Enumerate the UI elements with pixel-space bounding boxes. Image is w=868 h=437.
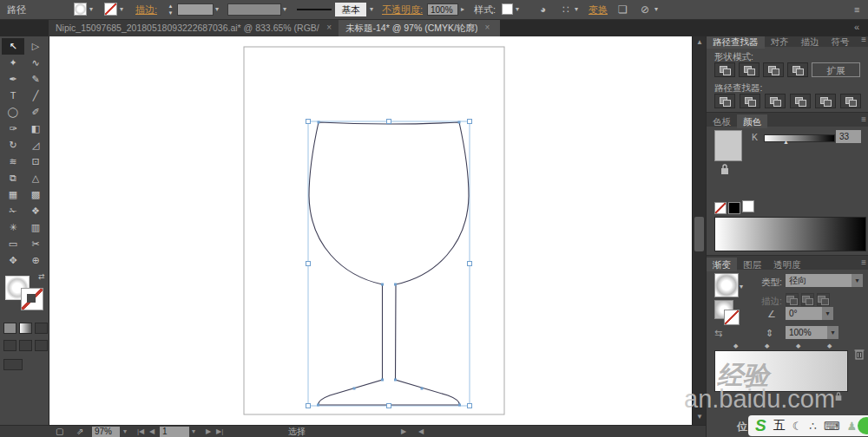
slice-tool[interactable]: ✂	[24, 236, 47, 252]
gradient-thumb-caret-icon[interactable]: ▾	[740, 277, 743, 297]
white-swatch[interactable]	[742, 200, 754, 212]
select-similar-icon[interactable]: ⊘	[641, 0, 649, 19]
expand-button[interactable]: 扩展	[812, 62, 860, 77]
hscroll-right-icon[interactable]: ▶	[401, 426, 406, 437]
exclude-button[interactable]	[787, 62, 808, 77]
align-caret-icon[interactable]: ▾	[575, 0, 578, 19]
scroll-down-icon[interactable]: ▼	[693, 413, 707, 421]
hand-tool[interactable]: ✥	[2, 252, 24, 269]
gradient-angle-caret-icon[interactable]: ▾	[822, 307, 833, 320]
merge-button[interactable]	[765, 94, 786, 108]
sogou-logo-icon[interactable]: S	[755, 416, 766, 435]
tab-color[interactable]: 颜色	[737, 114, 767, 128]
color-button[interactable]	[3, 323, 16, 334]
gradient-aspect-field[interactable]: 100%	[786, 326, 827, 339]
screen-mode-button[interactable]	[3, 359, 23, 370]
stroke-weight-caret-icon[interactable]: ▾	[215, 0, 219, 19]
moon-icon[interactable]: ☾	[792, 420, 803, 433]
direct-selection-tool[interactable]: ▷	[24, 38, 47, 55]
opacity-field[interactable]: 100%	[427, 3, 458, 16]
reverse-gradient-icon[interactable]: ⇆	[714, 328, 722, 339]
next-artboard-icon[interactable]: ▶	[206, 426, 211, 437]
canvas[interactable]	[49, 36, 692, 425]
fill-color-swatch[interactable]	[74, 3, 87, 16]
tab-align[interactable]: 对齐	[765, 35, 795, 49]
k-slider-track[interactable]	[764, 134, 835, 142]
gradient-midpoint-icon[interactable]: ◆	[733, 342, 738, 349]
tab-gradient[interactable]: 渐变	[707, 258, 737, 271]
shape-tool[interactable]: ◯	[2, 104, 24, 121]
gradient-midpoint-icon[interactable]: ◆	[765, 342, 769, 349]
gradient-button[interactable]	[19, 323, 32, 334]
opacity-caret-icon[interactable]: ▸	[461, 0, 464, 19]
stroke-weight-stepper[interactable]: ▲▼	[167, 3, 174, 16]
gradient-midpoint-icon[interactable]: ◆	[827, 342, 832, 349]
recolor-artwork-icon[interactable]: ◕	[540, 0, 546, 19]
zoom-caret-icon[interactable]: ▾	[123, 426, 127, 437]
eyedropper-tool[interactable]: ✁	[2, 203, 24, 219]
type-tool[interactable]: T	[2, 88, 24, 104]
close-tab-icon[interactable]: ×	[484, 19, 490, 36]
pen-tool[interactable]: ✒	[2, 71, 24, 88]
opacity-link[interactable]: 不透明度:	[382, 0, 423, 19]
scroll-up-icon[interactable]: ▲	[693, 38, 707, 46]
stroke-color-swatch[interactable]	[104, 3, 117, 16]
symbol-sprayer-tool[interactable]: ✳	[2, 219, 24, 236]
unite-button[interactable]	[714, 62, 735, 77]
tab-swatches[interactable]: 色板	[707, 114, 737, 128]
divide-button[interactable]	[714, 94, 735, 108]
draw-normal-button[interactable]	[3, 340, 16, 351]
gradient-angle-field[interactable]: 0°	[786, 307, 822, 320]
minus-back-button[interactable]	[840, 94, 861, 108]
keyboard-icon[interactable]: ⌨	[824, 420, 840, 433]
k-value-field[interactable]: 33	[836, 130, 861, 143]
sparkle-icon[interactable]: ∴	[809, 420, 816, 433]
swap-fill-stroke-icon[interactable]: ⇄	[38, 272, 45, 281]
document-tab[interactable]: Nipic_15097685_20180518093222687036.ai* …	[49, 19, 339, 36]
document-tab-active[interactable]: 未标题-14* @ 97% (CMYK/轮廓) ×	[339, 19, 500, 36]
gradient-stroke-proxy[interactable]	[724, 310, 740, 325]
style-swatch[interactable]	[502, 3, 513, 15]
draw-inside-button[interactable]	[35, 340, 48, 351]
none-button[interactable]	[35, 323, 48, 334]
selection-tool[interactable]: ↖	[2, 38, 24, 55]
hscroll-left-icon[interactable]: ◀	[418, 426, 424, 437]
export-icon[interactable]: ⇗	[76, 426, 83, 437]
lasso-tool[interactable]: ∿	[24, 55, 47, 71]
collapse-dock-icon[interactable]: «	[854, 22, 859, 32]
gradient-type-dropdown[interactable]: 径向	[786, 274, 852, 287]
control-panel-menu-icon[interactable]: ≡	[854, 0, 859, 19]
tab-pathfinder[interactable]: 路径查找器	[707, 35, 765, 49]
artboard-tool[interactable]: ▭	[2, 236, 24, 252]
curvature-tool[interactable]: ✎	[24, 71, 47, 88]
vertical-scroll-thumb[interactable]	[694, 217, 704, 251]
perspective-grid-tool[interactable]: △	[24, 170, 47, 186]
stroke-proxy-swatch[interactable]	[21, 288, 43, 310]
last-artboard-icon[interactable]: ▶|	[216, 426, 223, 437]
artboard-caret-icon[interactable]: ▾	[192, 426, 195, 437]
blend-tool[interactable]: ❖	[24, 203, 47, 219]
paintbrush-tool[interactable]: ✐	[24, 104, 47, 121]
transform-link[interactable]: 变换	[589, 0, 608, 19]
stroke-across-button[interactable]	[817, 293, 830, 306]
tab-layers[interactable]: 图层	[737, 258, 767, 271]
panel-menu-icon[interactable]: ≡	[861, 258, 866, 267]
column-graph-tool[interactable]: ▥	[24, 219, 47, 236]
shape-builder-tool[interactable]: ⧉	[2, 170, 24, 186]
draw-behind-button[interactable]	[19, 340, 32, 351]
gradient-type-caret-icon[interactable]: ▾	[852, 274, 863, 287]
gradient-aspect-caret-icon[interactable]: ▾	[827, 326, 838, 339]
tab-symbols[interactable]: 符号	[825, 35, 856, 49]
line-segment-tool[interactable]: ╱	[24, 88, 47, 104]
first-artboard-icon[interactable]: |◀	[137, 426, 144, 437]
select-similar-caret-icon[interactable]: ▾	[654, 0, 658, 19]
trim-button[interactable]	[740, 94, 760, 108]
scale-tool[interactable]: ◿	[24, 137, 47, 153]
gradient-midpoint-icon[interactable]: ◆	[796, 342, 800, 349]
gradient-thumbnail[interactable]	[714, 273, 739, 297]
ime-mode-label[interactable]: 五	[773, 418, 786, 434]
tab-transparency[interactable]: 透明度	[767, 258, 807, 271]
magic-wand-tool[interactable]: ✦	[2, 55, 24, 71]
close-tab-icon[interactable]: ×	[326, 19, 332, 36]
gradient-slider-bar[interactable]	[714, 350, 848, 392]
